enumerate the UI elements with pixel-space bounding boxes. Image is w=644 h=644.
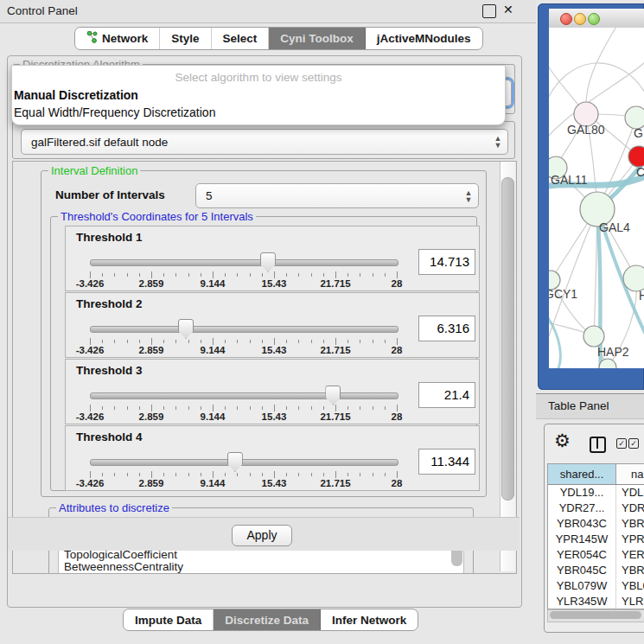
cell-shared-name[interactable]: YLR345W: [548, 594, 616, 609]
dropdown-option-manual-discretization[interactable]: Manual Discretization: [12, 86, 505, 104]
cell-shared-name[interactable]: YBR045C: [548, 563, 616, 578]
tick-mark: [213, 338, 214, 345]
tick-mark: [201, 273, 201, 277]
table-row[interactable]: YBL079WYBL0: [548, 578, 644, 594]
checkbox-icon[interactable]: ✓: [616, 438, 627, 449]
group-title: Threshold's Coordinates for 5 Intervals: [58, 210, 256, 223]
tick-mark: [201, 473, 201, 476]
network-icon: [86, 31, 98, 46]
cell-name[interactable]: YLR3: [616, 594, 644, 609]
column-header-name[interactable]: na: [616, 464, 644, 484]
tick-mark: [151, 338, 152, 345]
table-row[interactable]: YPR145WYPR1: [548, 532, 644, 547]
table-row[interactable]: YLR345WYLR3: [548, 594, 644, 609]
tick-mark: [274, 271, 275, 278]
tab-infer-network[interactable]: Infer Network: [321, 609, 418, 630]
list-item[interactable]: BetweennessCentrality: [59, 561, 463, 574]
slider-handle[interactable]: [178, 319, 194, 339]
network-node[interactable]: [583, 326, 604, 347]
network-window-titlebar[interactable]: [549, 9, 644, 29]
slider-track[interactable]: [90, 459, 399, 466]
cell-name[interactable]: YDL1: [616, 485, 644, 501]
slider-track[interactable]: [90, 259, 399, 266]
tab-network[interactable]: Network: [75, 28, 160, 49]
threshold-value-field[interactable]: 14.713: [418, 249, 475, 275]
tab-label: Select: [223, 32, 258, 45]
scrollbar-thumb[interactable]: [550, 611, 641, 619]
cell-name[interactable]: YER0: [616, 547, 644, 563]
tick-mark: [237, 340, 238, 343]
threshold-slider[interactable]: -3.4262.8599.14415.4321.71528: [90, 319, 397, 354]
tick-mark: [250, 273, 251, 277]
tick-mark: [250, 340, 251, 343]
scale-label: 15.43: [262, 478, 287, 488]
apply-button[interactable]: Apply: [232, 525, 292, 546]
window-title: Control Panel: [7, 4, 78, 17]
tab-cyni-toolbox[interactable]: Cyni Toolbox: [269, 28, 366, 49]
tick-mark: [90, 471, 91, 478]
node-label: GCY1: [549, 287, 577, 301]
table-horizontal-scrollbar[interactable]: [547, 609, 644, 622]
gear-icon[interactable]: ⚙: [554, 431, 571, 450]
tick-mark: [373, 473, 373, 476]
slider-track[interactable]: [90, 392, 399, 399]
cell-name[interactable]: YBR0: [616, 516, 644, 532]
tab-style[interactable]: Style: [160, 28, 211, 49]
tab-impute-data[interactable]: Impute Data: [124, 609, 214, 630]
node-label: H: [639, 289, 644, 303]
scale-label: 9.144: [201, 478, 226, 488]
tick-mark: [323, 340, 324, 343]
tab-select[interactable]: Select: [212, 28, 270, 49]
column-header-shared-name[interactable]: shared...: [548, 464, 616, 484]
network-node[interactable]: [628, 146, 644, 167]
tick-mark: [175, 473, 176, 476]
cell-shared-name[interactable]: YPR145W: [548, 532, 616, 547]
network-node[interactable]: [623, 265, 644, 291]
close-traffic-icon[interactable]: [560, 13, 572, 25]
cell-name[interactable]: YBR0: [616, 563, 644, 578]
tick-mark: [360, 473, 360, 476]
dropdown-option-equal-width-frequency[interactable]: Equal Width/Frequency Discretization: [12, 104, 505, 121]
threshold-value-field[interactable]: 21.4: [418, 382, 475, 408]
tick-mark: [102, 406, 103, 410]
slider-handle[interactable]: [325, 386, 341, 405]
network-canvas[interactable]: GAL80GCGAL11GAL4GCY1HHAP2: [549, 28, 644, 368]
number-of-intervals-combobox[interactable]: 5 ▲▼: [195, 183, 479, 208]
slider-handle[interactable]: [227, 452, 243, 472]
table-row[interactable]: YBR043CYBR0: [548, 516, 644, 532]
slider-scale-labels: -3.4262.8599.14415.4321.71528: [90, 278, 397, 289]
threshold-slider[interactable]: -3.4262.8599.14415.4321.71528: [90, 452, 397, 487]
table-data-combobox[interactable]: galFiltered.sif default node ▲▼: [21, 129, 508, 155]
cell-shared-name[interactable]: YDL19...: [548, 485, 616, 501]
tab-jactivemnodules[interactable]: jActiveMNodules: [366, 28, 482, 49]
cell-shared-name[interactable]: YBR043C: [548, 516, 616, 532]
cell-shared-name[interactable]: YDR27...: [548, 501, 616, 516]
threshold-value-field[interactable]: 11.344: [418, 449, 475, 475]
cell-shared-name[interactable]: YER054C: [548, 547, 616, 563]
close-icon[interactable]: ✕: [503, 3, 513, 16]
cell-name[interactable]: YPR1: [616, 532, 644, 547]
scale-label: 2.859: [139, 278, 164, 289]
table-row[interactable]: YBR045CYBR0: [548, 563, 644, 578]
cell-name[interactable]: YBL0: [616, 578, 644, 594]
zoom-traffic-icon[interactable]: [588, 13, 600, 25]
checkbox-icon[interactable]: ✓: [628, 438, 639, 449]
table-row[interactable]: YER054CYER0: [548, 547, 644, 563]
threshold-value-field[interactable]: 6.316: [418, 316, 475, 341]
tick-mark: [274, 338, 275, 345]
cell-shared-name[interactable]: YBL079W: [548, 578, 616, 594]
column-layout-icon[interactable]: [590, 437, 606, 453]
slider-handle[interactable]: [260, 252, 276, 272]
table-row[interactable]: YDL19...YDL1: [548, 485, 644, 501]
scale-label: 9.144: [201, 278, 226, 289]
tab-discretize-data[interactable]: Discretize Data: [214, 609, 321, 630]
tick-mark: [397, 338, 398, 345]
cell-name[interactable]: YDR2: [616, 501, 644, 516]
table-row[interactable]: YDR27...YDR2: [548, 501, 644, 516]
slider-track[interactable]: [90, 326, 399, 333]
settings-scrollbar-thumb[interactable]: [501, 177, 514, 501]
float-window-icon[interactable]: [482, 4, 496, 18]
threshold-slider[interactable]: -3.4262.8599.14415.4321.71528: [90, 386, 397, 420]
minimize-traffic-icon[interactable]: [574, 13, 586, 25]
threshold-slider[interactable]: -3.4262.8599.14415.4321.71528: [90, 252, 397, 287]
